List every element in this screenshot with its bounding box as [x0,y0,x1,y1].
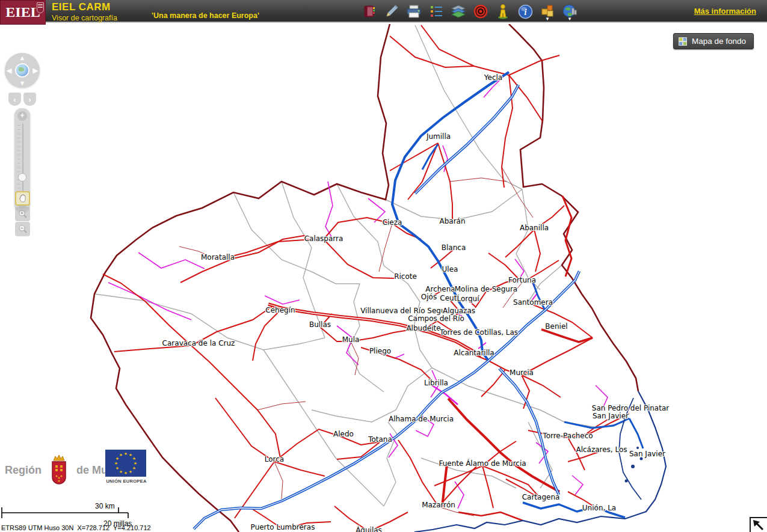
map-canvas[interactable]: YeclaJumillaCiezaAbaránAbanillaCalasparr… [0,24,767,532]
zoom-in-button[interactable]: + [17,111,27,121]
eu-caption: UNIÓN EUROPEA [105,478,147,484]
pan-up-icon[interactable]: ▲ [19,54,26,61]
svg-text:★: ★ [119,453,123,457]
previous-extent-button[interactable]: ‹ [8,93,21,106]
target-icon[interactable] [472,2,489,20]
info-icon[interactable]: i [517,2,534,20]
hand-icon [18,194,28,203]
eiel-logo: EIEL [0,0,46,25]
globe-center-icon[interactable] [15,63,29,78]
full-extent-button[interactable] [750,517,767,532]
dual-carriageway [268,304,481,356]
mar-menor-islands [625,447,643,483]
legend-icon[interactable] [428,2,445,20]
basemap-button[interactable]: Mapa de fondo [673,33,754,49]
dropdown-caret-icon: ▼ [545,17,550,22]
more-info-link[interactable]: Más información [694,7,756,16]
svg-text:★: ★ [132,456,136,461]
svg-text:★: ★ [134,461,137,466]
coordinate-status: ETRS89 UTM Huso 30N X=728.712 Y=4.210.71… [1,524,151,531]
header-bar: EIEL CARM Visor de cartografía 'Una mane… [0,0,767,23]
next-extent-button[interactable]: › [23,93,36,106]
pan-right-icon[interactable]: ▶ [33,67,38,75]
eiel-carm-map-viewer: EIEL CARM Visor de cartografía 'Una mane… [0,0,767,532]
boxes-menu-icon[interactable]: ▼ [539,2,556,20]
pan-down-icon[interactable]: ▼ [19,79,26,87]
zoom-handle[interactable] [18,173,26,182]
zoom-ticks [17,125,20,195]
svg-text:★: ★ [132,466,136,471]
app-subtitle: Visor de cartografía [52,14,117,22]
motorways [194,72,643,529]
svg-text:★: ★ [124,471,128,475]
title-block: EIEL CARM Visor de cartografía [52,1,117,22]
svg-text:★: ★ [114,461,118,466]
motto-text: 'Una manera de hacer Europa' [152,11,259,20]
zoom-out-tool-button[interactable] [15,222,30,236]
pan-compass[interactable]: ▲ ▼ ◀ ▶ [5,53,40,88]
extent-history: ‹ › [8,93,36,106]
basemap-button-label: Mapa de fondo [692,37,746,46]
globe-menu-icon[interactable]: ▼ [561,2,578,20]
person-icon[interactable] [494,2,511,20]
magnifier-plus-icon [18,209,28,219]
app-title: EIEL CARM [52,1,117,13]
toolbar: i ▼ ▼ [361,0,578,23]
layers-icon[interactable] [450,2,467,20]
pencil-icon[interactable] [383,2,400,20]
svg-text:★: ★ [116,466,119,471]
book-icon[interactable] [361,2,378,20]
printer-icon[interactable] [405,2,422,20]
eu-flag-icon: ★★★ ★★★ ★★★ ★★★ [105,450,146,477]
svg-text:★: ★ [129,469,132,474]
eu-flag-logo: ★★★ ★★★ ★★★ ★★★ UNIÓN EUROPEA [105,450,147,484]
magnifier-minus-icon [18,224,28,234]
carm-crest-icon [37,2,44,13]
murcia-shield-icon [45,452,73,488]
dropdown-caret-icon: ▼ [567,17,572,22]
svg-text:i: i [524,8,526,17]
northwest-arrow-icon [751,518,767,532]
motorway-centerlines [194,85,579,529]
pan-tool-button[interactable] [15,191,30,206]
svg-text:★: ★ [119,469,123,474]
basemap-grid-icon [679,37,687,46]
svg-text:★: ★ [124,451,128,456]
zoom-track [22,124,23,196]
zoom-in-tool-button[interactable] [15,207,30,221]
pan-left-icon[interactable]: ◀ [7,67,11,75]
